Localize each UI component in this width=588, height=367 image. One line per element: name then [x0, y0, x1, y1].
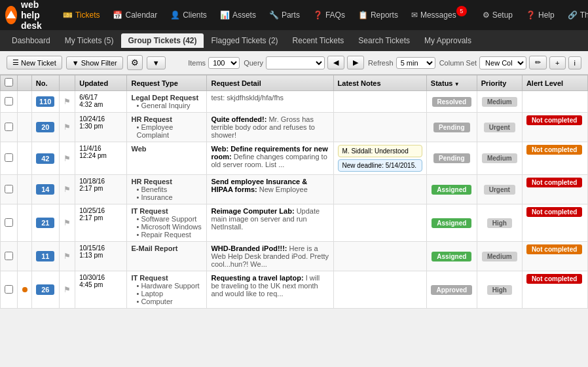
- detail-bold: Requesting a travel laptop:: [211, 274, 305, 282]
- flag-icon[interactable]: ⚑: [64, 154, 71, 163]
- flag-icon[interactable]: ⚑: [64, 97, 71, 106]
- flag-icon[interactable]: ⚑: [64, 185, 71, 194]
- alert-badge: Not completed: [526, 244, 582, 254]
- row-dot-cell: [18, 175, 31, 204]
- status-badge: Assigned: [432, 185, 471, 195]
- column-set-add-button[interactable]: +: [549, 56, 565, 69]
- nav-reports[interactable]: 📋 Reports: [353, 8, 403, 22]
- row-alert-cell: Not completed: [522, 175, 587, 204]
- row-notes-cell: [333, 175, 426, 204]
- tickets-table-container: No. Updated Request Type Request Detail …: [0, 75, 588, 309]
- help-icon: ❓: [526, 10, 536, 20]
- flag-icon[interactable]: ⚑: [64, 123, 71, 132]
- thwack-icon: 🔗: [568, 10, 578, 20]
- flag-icon[interactable]: ⚑: [64, 218, 71, 227]
- nav-faqs[interactable]: ❓ FAQs: [308, 8, 350, 22]
- row-checkbox[interactable]: [5, 252, 13, 260]
- row-checkbox[interactable]: [5, 285, 13, 294]
- nav-calendar[interactable]: 📅 Calendar: [107, 8, 162, 22]
- nav-messages[interactable]: ✉ Messages 5: [406, 7, 475, 23]
- row-dot-cell: [18, 142, 31, 175]
- row-checkbox[interactable]: [5, 218, 13, 227]
- row-number-cell: 20: [31, 113, 59, 142]
- row-checkbox[interactable]: [5, 97, 13, 106]
- nav-help[interactable]: ❓ Help: [521, 8, 560, 22]
- ticket-number[interactable]: 21: [36, 218, 54, 228]
- nav-assets[interactable]: 📊 Assets: [215, 8, 261, 22]
- refresh-select[interactable]: 5 min 1 min 10 min: [396, 57, 435, 69]
- request-sub-label-2: Microsoft Windows: [131, 223, 202, 231]
- row-checkbox-cell: [1, 242, 18, 271]
- tab-dashboard[interactable]: Dashboard: [5, 33, 57, 48]
- nav-tickets[interactable]: 🎫 Tickets: [58, 8, 105, 22]
- nav-clients[interactable]: 👤 Clients: [165, 8, 212, 22]
- priority-badge: High: [487, 218, 512, 228]
- row-checkbox[interactable]: [5, 123, 13, 131]
- row-flag-cell: ⚑: [59, 271, 75, 309]
- row-flag-cell: ⚑: [59, 242, 75, 271]
- ticket-number[interactable]: 26: [36, 284, 54, 295]
- tab-search-tickets[interactable]: Search Tickets: [352, 33, 416, 48]
- column-set-label: Column Set: [439, 59, 477, 67]
- table-header-row: No. Updated Request Type Request Detail …: [1, 75, 588, 91]
- row-number-cell: 110: [31, 91, 59, 113]
- messages-icon: ✉: [411, 10, 418, 20]
- row-status-cell: Assigned: [426, 175, 477, 204]
- table-row: 21 ⚑ 10/25/162:17 pm IT Request Software…: [1, 204, 588, 242]
- toolbar: ☰ New Ticket ▼ Show Filter ⚙ ▼ Items 100…: [0, 51, 588, 75]
- priority-badge: Urgent: [484, 185, 515, 195]
- select-all-checkbox[interactable]: [5, 78, 13, 87]
- row-checkbox-cell: [1, 142, 18, 175]
- row-status-cell: Assigned: [426, 242, 477, 271]
- ticket-number[interactable]: 42: [36, 153, 54, 164]
- gear-button[interactable]: ⚙: [127, 55, 143, 70]
- request-sub-label: Software Support: [131, 215, 202, 223]
- column-set-group: Column Set New Colu ✏ + i: [439, 56, 581, 69]
- alert-badge: Not completed: [526, 274, 582, 284]
- alert-badge: Not completed: [526, 115, 582, 125]
- th-priority: Priority: [477, 75, 522, 91]
- column-set-info-button[interactable]: i: [568, 56, 581, 69]
- flag-icon[interactable]: ⚑: [64, 285, 71, 294]
- faqs-icon: ❓: [313, 10, 323, 20]
- tab-group-tickets[interactable]: Group Tickets (42): [121, 33, 203, 48]
- query-prev-button[interactable]: ◀: [327, 56, 344, 69]
- column-set-select[interactable]: New Colu: [479, 56, 526, 69]
- ticket-number[interactable]: 14: [36, 184, 54, 195]
- row-dot-cell: [18, 242, 31, 271]
- tickets-table: No. Updated Request Type Request Detail …: [0, 75, 588, 309]
- query-next-button[interactable]: ▶: [347, 56, 364, 69]
- gear-dropdown-button[interactable]: ▼: [147, 56, 166, 69]
- row-updated-cell: 11/4/1612:24 pm: [75, 142, 127, 175]
- row-checkbox[interactable]: [5, 185, 13, 193]
- row-checkbox[interactable]: [5, 153, 13, 162]
- row-detail-cell: test: skjdfhskldj/hfa/fhs: [207, 91, 333, 113]
- ticket-number[interactable]: 110: [36, 96, 54, 107]
- flag-icon[interactable]: ⚑: [64, 252, 71, 261]
- th-status[interactable]: Status: [426, 75, 477, 91]
- tab-my-tickets[interactable]: My Tickets (5): [58, 33, 120, 48]
- request-sub-label: Employee Complaint: [131, 123, 202, 139]
- dot-indicator: [22, 287, 28, 292]
- items-select[interactable]: 100 50 25: [208, 57, 240, 69]
- row-alert-cell: Not completed: [522, 113, 587, 142]
- row-alert-cell: Not completed: [522, 271, 587, 309]
- tab-recent-tickets[interactable]: Recent Tickets: [286, 33, 351, 48]
- nav-setup[interactable]: ⚙ Setup: [477, 8, 518, 22]
- status-badge: Assigned: [432, 252, 471, 261]
- row-alert-cell: [522, 91, 587, 113]
- query-select[interactable]: [266, 56, 325, 69]
- detail-bold: Quite offended!:: [211, 115, 268, 123]
- nav-thwack[interactable]: 🔗 Thwack: [562, 8, 588, 22]
- assets-icon: 📊: [220, 10, 230, 20]
- tab-my-approvals[interactable]: My Approvals: [418, 33, 478, 48]
- column-set-edit-button[interactable]: ✏: [529, 56, 547, 69]
- nav-parts[interactable]: 🔧 Parts: [264, 8, 305, 22]
- show-filter-button[interactable]: ▼ Show Filter: [66, 56, 123, 69]
- ticket-number[interactable]: 11: [36, 251, 54, 261]
- tab-flagged-tickets[interactable]: Flagged Tickets (2): [205, 33, 285, 48]
- ticket-number[interactable]: 20: [36, 122, 54, 132]
- row-checkbox-cell: [1, 175, 18, 204]
- new-ticket-button[interactable]: ☰ New Ticket: [7, 56, 62, 69]
- th-checkbox: [1, 75, 18, 91]
